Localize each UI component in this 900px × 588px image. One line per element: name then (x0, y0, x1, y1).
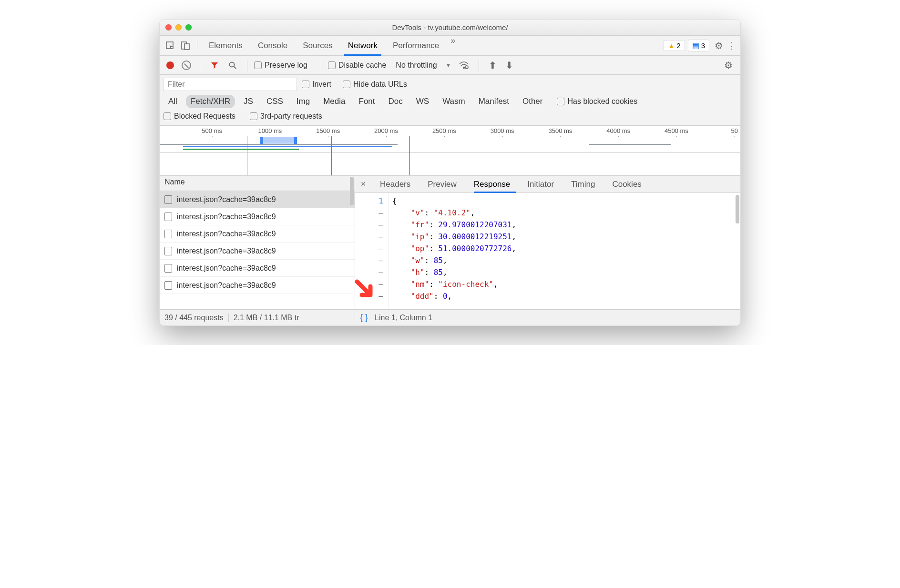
filter-type-fetchxhr[interactable]: Fetch/XHR (186, 95, 235, 108)
status-bar: 39 / 445 requests 2.1 MB / 11.1 MB tr { … (160, 309, 740, 325)
svg-line-4 (234, 66, 236, 69)
rtab-initiator[interactable]: Initiator (519, 176, 562, 193)
svg-point-3 (230, 62, 235, 67)
filter-type-manifest[interactable]: Manifest (474, 95, 514, 108)
svg-rect-2 (184, 44, 189, 50)
filter-type-img[interactable]: Img (292, 95, 315, 108)
domcontentloaded-marker (247, 136, 248, 175)
overview-graph[interactable] (160, 136, 740, 153)
main-toolbar: Elements Console Sources Network Perform… (160, 36, 740, 56)
preserve-log-checkbox[interactable]: Preserve log (254, 61, 307, 70)
network-settings-icon[interactable]: ⚙ (724, 60, 733, 71)
selection-handle-left[interactable] (260, 137, 263, 144)
filter-type-js[interactable]: JS (239, 95, 258, 108)
import-har-icon[interactable]: ⬆ (489, 60, 497, 71)
cursor-position: Line 1, Column 1 (375, 314, 432, 322)
network-conditions-icon[interactable] (459, 59, 469, 72)
request-summary: 39 / 445 requests 2.1 MB / 11.1 MB tr (160, 314, 355, 322)
filter-type-css[interactable]: CSS (262, 95, 288, 108)
tab-elements[interactable]: Elements (201, 36, 250, 56)
code-content[interactable]: { "v": "4.10.2", "fr": 29.9700012207031,… (389, 193, 520, 309)
hide-data-urls-checkbox[interactable]: Hide data URLs (343, 80, 407, 89)
request-row[interactable]: interest.json?cache=39ac8c9 (160, 191, 355, 208)
rtab-preview[interactable]: Preview (419, 176, 465, 193)
filter-type-media[interactable]: Media (318, 95, 350, 108)
filter-type-other[interactable]: Other (518, 95, 548, 108)
disable-cache-checkbox[interactable]: Disable cache (328, 61, 387, 70)
tab-sources[interactable]: Sources (295, 36, 340, 56)
window-title: DevTools - tv.youtube.com/welcome/ (160, 23, 740, 31)
device-toggle-icon[interactable] (179, 39, 192, 52)
svg-point-5 (463, 67, 465, 68)
invert-checkbox[interactable]: Invert (302, 80, 331, 89)
filter-type-doc[interactable]: Doc (384, 95, 408, 108)
time-ruler: 500 ms 1000 ms 1500 ms 2000 ms 2500 ms 3… (160, 126, 740, 136)
export-har-icon[interactable]: ⬇ (505, 60, 513, 71)
load-marker (409, 136, 410, 175)
resource-type-filters: All Fetch/XHR JS CSS Img Media Font Doc … (164, 95, 736, 108)
request-row[interactable]: interest.json?cache=39ac8c9 (160, 277, 355, 294)
rtab-timing[interactable]: Timing (562, 176, 603, 193)
scrollbar-thumb[interactable] (350, 177, 354, 205)
rtab-response[interactable]: Response (465, 176, 519, 193)
request-list[interactable]: interest.json?cache=39ac8c9 interest.jso… (160, 191, 355, 309)
tab-network[interactable]: Network (340, 36, 385, 56)
file-icon (164, 281, 172, 290)
filter-icon[interactable] (208, 59, 221, 72)
file-icon (164, 213, 172, 221)
issues-icon: ▤ (692, 41, 699, 50)
waterfall-overview[interactable]: 500 ms 1000 ms 1500 ms 2000 ms 2500 ms 3… (160, 126, 740, 176)
response-body[interactable]: 1–––––––– { "v": "4.10.2", "fr": 29.9700… (355, 193, 740, 309)
filter-input[interactable] (164, 78, 297, 91)
titlebar: DevTools - tv.youtube.com/welcome/ (160, 20, 740, 36)
domcontentloaded-marker (331, 136, 332, 175)
rtab-headers[interactable]: Headers (371, 176, 419, 193)
tab-performance[interactable]: Performance (385, 36, 447, 56)
network-split: Name interest.json?cache=39ac8c9 interes… (160, 176, 740, 309)
record-button[interactable] (166, 61, 174, 69)
devtools-window: DevTools - tv.youtube.com/welcome/ Eleme… (159, 19, 741, 326)
selection-range[interactable] (261, 137, 296, 143)
request-row[interactable]: interest.json?cache=39ac8c9 (160, 225, 355, 243)
warnings-badge[interactable]: ▲2 (664, 40, 685, 51)
request-list-pane: Name interest.json?cache=39ac8c9 interes… (160, 176, 355, 309)
file-icon (164, 247, 172, 255)
more-menu-icon[interactable]: ⋮ (727, 41, 735, 51)
request-list-header[interactable]: Name (160, 176, 355, 191)
rtab-cookies[interactable]: Cookies (603, 176, 650, 193)
network-toolbar: Preserve log Disable cache No throttling… (160, 56, 740, 75)
filter-type-ws[interactable]: WS (411, 95, 434, 108)
settings-icon[interactable]: ⚙ (715, 40, 723, 51)
response-pane: × Headers Preview Response Initiator Tim… (355, 176, 740, 309)
has-blocked-cookies-checkbox[interactable]: Has blocked cookies (557, 97, 637, 106)
inspect-icon[interactable] (164, 39, 177, 52)
file-icon (164, 264, 172, 273)
scrollbar-thumb[interactable] (736, 195, 739, 223)
request-row[interactable]: interest.json?cache=39ac8c9 (160, 243, 355, 260)
request-row[interactable]: interest.json?cache=39ac8c9 (160, 260, 355, 277)
close-response-pane[interactable]: × (355, 179, 371, 189)
tab-console[interactable]: Console (250, 36, 295, 56)
response-tabs: × Headers Preview Response Initiator Tim… (355, 176, 740, 193)
blocked-requests-checkbox[interactable]: Blocked Requests (164, 112, 235, 121)
request-row[interactable]: interest.json?cache=39ac8c9 (160, 208, 355, 225)
panel-tabs: Elements Console Sources Network Perform… (201, 36, 662, 56)
throttling-select[interactable]: No throttling▼ (396, 61, 451, 70)
filter-type-font[interactable]: Font (354, 95, 380, 108)
tabs-overflow-icon[interactable]: » (447, 36, 459, 56)
filter-type-wasm[interactable]: Wasm (438, 95, 470, 108)
chevron-down-icon: ▼ (446, 62, 451, 69)
issues-badge[interactable]: ▤3 (688, 40, 709, 51)
clear-button[interactable] (182, 61, 191, 70)
file-icon (164, 230, 172, 238)
pretty-print-button[interactable]: { } (358, 313, 370, 323)
search-icon[interactable] (226, 59, 239, 72)
filter-bar: Invert Hide data URLs All Fetch/XHR JS C… (160, 75, 740, 126)
file-icon (164, 195, 172, 204)
filter-type-all[interactable]: All (164, 95, 182, 108)
annotation-arrow (354, 279, 378, 303)
selection-handle-right[interactable] (294, 137, 297, 144)
third-party-checkbox[interactable]: 3rd-party requests (250, 112, 322, 121)
warning-icon: ▲ (668, 42, 675, 50)
